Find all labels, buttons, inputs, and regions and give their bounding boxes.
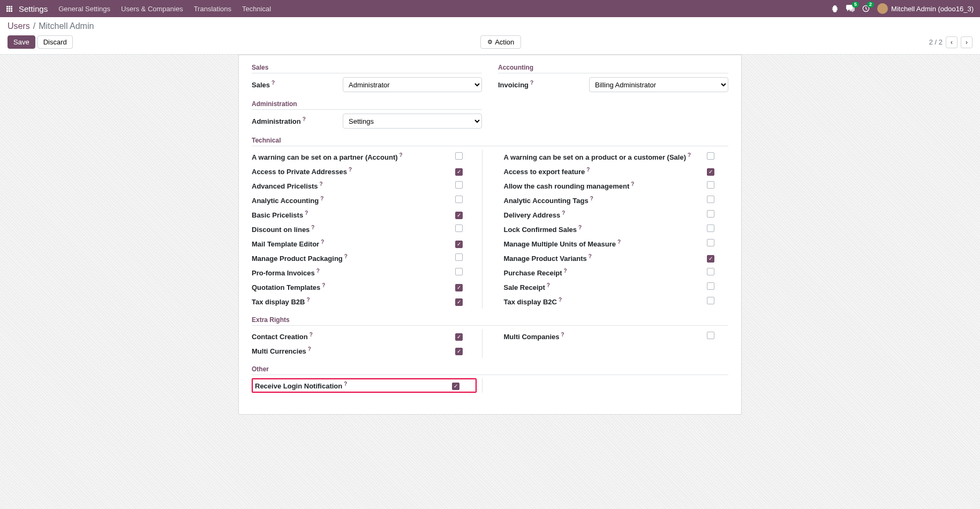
help-icon[interactable]: ? — [349, 167, 352, 173]
save-button[interactable]: Save — [7, 35, 35, 49]
checkbox-label: Multi Companies? — [504, 332, 707, 341]
checkbox[interactable] — [707, 181, 714, 189]
help-icon[interactable]: ? — [320, 181, 323, 187]
checkbox-row: Receive Login Notification? — [252, 378, 477, 393]
checkbox-row: Access to Private Addresses? — [252, 164, 477, 178]
checkbox[interactable] — [455, 348, 463, 355]
checkbox[interactable] — [455, 181, 463, 189]
pager-next[interactable]: › — [961, 36, 973, 48]
checkbox[interactable] — [455, 333, 463, 341]
help-icon[interactable]: ? — [344, 381, 347, 387]
checkbox[interactable] — [455, 212, 463, 219]
checkbox[interactable] — [455, 298, 463, 306]
help-icon[interactable]: ? — [562, 210, 565, 216]
checkbox[interactable] — [707, 297, 714, 304]
checkbox[interactable] — [455, 268, 463, 275]
help-icon[interactable]: ? — [617, 239, 621, 245]
help-icon[interactable]: ? — [308, 346, 311, 352]
help-icon[interactable]: ? — [631, 181, 634, 187]
checkbox-label: A warning can be set on a product or a c… — [504, 152, 707, 161]
help-icon[interactable]: ? — [321, 239, 324, 245]
checkbox[interactable] — [455, 284, 463, 291]
action-button[interactable]: ⚙ Action — [480, 35, 521, 49]
checkbox-row: Sale Receipt? — [504, 280, 729, 294]
help-icon[interactable]: ? — [564, 268, 567, 274]
checkbox[interactable] — [707, 332, 714, 339]
select-administration[interactable]: Settings — [343, 114, 482, 129]
checkbox-row: Quotation Templates? — [252, 280, 477, 294]
help-icon[interactable]: ? — [320, 196, 323, 201]
user-menu[interactable]: Mitchell Admin (odoo16_3) — [877, 3, 974, 14]
select-sales[interactable]: Administrator — [343, 77, 482, 92]
help-icon[interactable]: ? — [586, 167, 590, 173]
checkbox-label: Receive Login Notification? — [255, 381, 452, 390]
checkbox[interactable] — [707, 168, 714, 176]
label-invoicing: Invoicing? — [498, 80, 589, 89]
help-icon[interactable]: ? — [306, 297, 310, 303]
help-icon[interactable]: ? — [310, 332, 313, 338]
label-sales: Sales? — [252, 80, 343, 89]
breadcrumb-root[interactable]: Users — [7, 21, 30, 31]
section-extra: Extra Rights — [252, 316, 728, 326]
nav-general-settings[interactable]: General Settings — [58, 5, 110, 13]
checkbox[interactable] — [455, 168, 463, 176]
checkbox-row: Delivery Address? — [504, 207, 729, 222]
user-name: Mitchell Admin (odoo16_3) — [891, 5, 974, 13]
bug-icon[interactable] — [831, 5, 839, 12]
checkbox[interactable] — [707, 196, 714, 203]
nav-translations[interactable]: Translations — [194, 5, 231, 13]
checkbox-label: A warning can be set on a partner (Accou… — [252, 152, 455, 161]
section-other: Other — [252, 365, 728, 375]
pager-prev[interactable]: ‹ — [946, 36, 958, 48]
checkbox-row: Basic Pricelists? — [252, 207, 477, 222]
checkbox[interactable] — [707, 224, 714, 232]
activities-icon[interactable]: 2 — [862, 5, 870, 12]
nav-technical[interactable]: Technical — [242, 5, 271, 13]
help-icon[interactable]: ? — [547, 282, 550, 288]
discard-button[interactable]: Discard — [37, 35, 73, 49]
help-icon[interactable]: ? — [322, 282, 325, 288]
select-invoicing[interactable]: Billing Administrator — [589, 77, 728, 92]
checkbox-row: Contact Creation? — [252, 329, 477, 343]
checkbox-row: A warning can be set on a partner (Accou… — [252, 149, 477, 164]
navbar-brand[interactable]: Settings — [19, 4, 48, 13]
help-icon[interactable]: ? — [303, 116, 306, 122]
checkbox[interactable] — [455, 152, 463, 160]
checkbox[interactable] — [707, 282, 714, 290]
top-navbar: Settings General Settings Users & Compan… — [0, 0, 980, 17]
checkbox[interactable] — [455, 241, 463, 248]
checkbox-label: Purchase Receipt? — [504, 268, 707, 277]
help-icon[interactable]: ? — [311, 224, 314, 230]
help-icon[interactable]: ? — [344, 253, 348, 259]
checkbox[interactable] — [455, 196, 463, 203]
checkbox-row: Manage Multiple Units of Measure? — [504, 236, 729, 251]
checkbox-label: Access to Private Addresses? — [252, 167, 455, 176]
help-icon[interactable]: ? — [561, 332, 564, 338]
checkbox[interactable] — [707, 268, 714, 275]
help-icon[interactable]: ? — [316, 268, 320, 274]
help-icon[interactable]: ? — [578, 224, 582, 230]
help-icon[interactable]: ? — [399, 152, 403, 158]
checkbox[interactable] — [707, 239, 714, 246]
checkbox[interactable] — [452, 383, 459, 390]
checkbox-row: Tax display B2B? — [252, 294, 477, 309]
help-icon[interactable]: ? — [590, 196, 593, 201]
checkbox-label: Manage Product Variants? — [504, 253, 707, 263]
help-icon[interactable]: ? — [305, 210, 308, 216]
checkbox[interactable] — [707, 152, 714, 160]
checkbox[interactable] — [455, 224, 463, 232]
nav-users-companies[interactable]: Users & Companies — [121, 5, 183, 13]
help-icon[interactable]: ? — [530, 80, 533, 86]
section-technical: Technical — [252, 137, 728, 146]
checkbox[interactable] — [707, 210, 714, 218]
checkbox-row: A warning can be set on a product or a c… — [504, 149, 729, 164]
checkbox[interactable] — [455, 253, 463, 261]
help-icon[interactable]: ? — [688, 152, 691, 158]
help-icon[interactable]: ? — [272, 80, 275, 86]
checkbox-label: Discount on lines? — [252, 224, 455, 234]
apps-icon[interactable] — [6, 6, 12, 12]
help-icon[interactable]: ? — [559, 297, 562, 303]
checkbox[interactable] — [707, 255, 714, 263]
help-icon[interactable]: ? — [589, 253, 592, 259]
messages-icon[interactable]: 5 — [846, 5, 855, 12]
